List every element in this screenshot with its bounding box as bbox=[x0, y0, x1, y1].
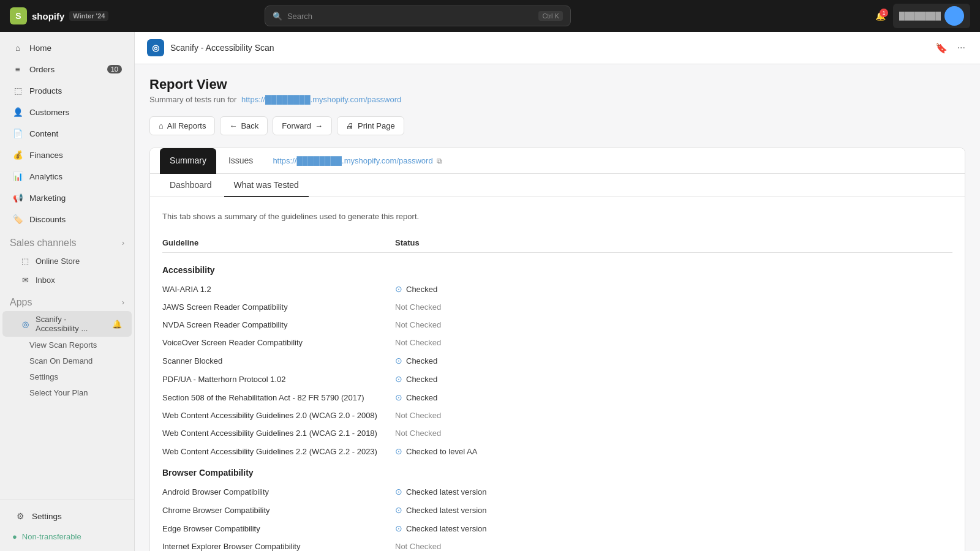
sidebar-item-marketing[interactable]: 📢 Marketing bbox=[2, 187, 132, 208]
apps-section: Apps › bbox=[0, 290, 134, 310]
app-header-left: ◎ Scanify - Accessibility Scan bbox=[147, 39, 274, 56]
sub-tab-what-was-tested-label: What was Tested bbox=[234, 180, 299, 190]
orders-icon: ≡ bbox=[12, 64, 23, 75]
chevron-right-icon: › bbox=[122, 239, 124, 247]
report-content: Report View Summary of tests run for htt… bbox=[135, 64, 980, 551]
guidelines-header: Guideline Status bbox=[162, 233, 952, 253]
sidebar-item-label: Settings bbox=[32, 512, 62, 521]
check-icon: ⊙ bbox=[395, 446, 402, 456]
check-icon: ⊙ bbox=[395, 392, 402, 402]
app-header-title: Scanify - Accessibility Scan bbox=[170, 43, 274, 53]
sidebar-item-discounts[interactable]: 🏷️ Discounts bbox=[2, 209, 132, 230]
sidebar-subitem-settings[interactable]: Settings bbox=[2, 369, 132, 384]
house-icon: ⌂ bbox=[159, 121, 164, 130]
non-transferable-label: Non-transferable bbox=[22, 532, 81, 541]
orders-badge: 10 bbox=[107, 65, 122, 73]
tabs-header: Summary Issues https://████████.myshopif… bbox=[150, 148, 965, 174]
sidebar-subitem-view-scan-reports[interactable]: View Scan Reports bbox=[2, 337, 132, 353]
sidebar-item-label: View Scan Reports bbox=[29, 340, 97, 350]
check-icon: ⊙ bbox=[395, 487, 402, 497]
report-subtitle-text: Summary of tests run for bbox=[149, 95, 236, 104]
more-options-button[interactable]: ··· bbox=[955, 40, 968, 56]
topbar-right: 🔔 1 ████████ bbox=[875, 4, 970, 28]
bell-icon[interactable]: 🔔 bbox=[112, 320, 122, 329]
finances-icon: 💰 bbox=[12, 149, 23, 160]
printer-icon: 🖨 bbox=[346, 121, 354, 130]
sidebar-subitem-scan-on-demand[interactable]: Scan On Demand bbox=[2, 353, 132, 369]
col-status-header: Status bbox=[395, 238, 952, 247]
back-button[interactable]: ← Back bbox=[220, 116, 268, 135]
circle-icon: ● bbox=[12, 532, 17, 541]
sidebar-subitem-select-your-plan[interactable]: Select Your Plan bbox=[2, 385, 132, 400]
sidebar-item-label: Discounts bbox=[29, 215, 66, 224]
guideline-row: Web Content Accessibility Guidelines 2.0… bbox=[162, 407, 952, 424]
inbox-icon: ✉ bbox=[20, 274, 31, 285]
print-page-label: Print Page bbox=[358, 121, 395, 130]
sidebar-item-label: Online Store bbox=[36, 257, 80, 266]
sidebar-item-finances[interactable]: 💰 Finances bbox=[2, 144, 132, 165]
arrow-left-icon: ← bbox=[229, 121, 237, 130]
report-url-link[interactable]: https://████████.myshopify.com/password bbox=[241, 95, 401, 104]
notification-count: 1 bbox=[880, 9, 888, 17]
products-icon: ⬚ bbox=[12, 85, 23, 96]
sidebar-item-scanify[interactable]: ◎ Scanify - Accessibility ... 🔔 bbox=[2, 311, 132, 337]
user-name: ████████ bbox=[899, 12, 941, 20]
guideline-row: Scanner Blocked ⊙ Checked bbox=[162, 351, 952, 370]
section-title-browser: Browser Compatibility bbox=[162, 460, 952, 482]
tab-summary[interactable]: Summary bbox=[160, 148, 216, 174]
sidebar-nav: ⌂ Home ≡ Orders 10 ⬚ Products 👤 Customer… bbox=[0, 32, 134, 500]
guideline-row: WAI-ARIA 1.2 ⊙ Checked bbox=[162, 280, 952, 298]
tab-summary-label: Summary bbox=[170, 156, 206, 165]
report-toolbar: ⌂ All Reports ← Back Forward → 🖨 Print P… bbox=[149, 116, 965, 135]
tab-issues-label: Issues bbox=[228, 156, 253, 165]
user-avatar bbox=[944, 6, 964, 26]
shopify-logo[interactable]: S shopify Winter '24 bbox=[10, 7, 108, 24]
chevron-right-icon: › bbox=[122, 298, 124, 307]
sidebar-item-online-store[interactable]: ⬚ Online Store bbox=[2, 252, 132, 270]
check-icon: ⊙ bbox=[395, 523, 402, 533]
sidebar-item-orders[interactable]: ≡ Orders 10 bbox=[2, 59, 132, 80]
shopify-logo-icon: S bbox=[10, 7, 27, 24]
sidebar-item-home[interactable]: ⌂ Home bbox=[2, 37, 132, 58]
search-bar[interactable]: 🔍 Search Ctrl K bbox=[265, 6, 571, 26]
sidebar-item-label: Home bbox=[29, 43, 51, 53]
tab-url-link[interactable]: https://████████.myshopify.com/password … bbox=[273, 156, 442, 165]
forward-button[interactable]: Forward → bbox=[273, 116, 332, 135]
bookmark-button[interactable]: 🔖 bbox=[933, 40, 950, 56]
guideline-row: JAWS Screen Reader Compatibility Not Che… bbox=[162, 298, 952, 316]
sub-tab-what-was-tested[interactable]: What was Tested bbox=[224, 174, 309, 197]
search-icon: 🔍 bbox=[273, 12, 282, 21]
tab-description: This tab shows a summary of the guidelin… bbox=[162, 212, 952, 221]
col-guideline-header: Guideline bbox=[162, 238, 395, 247]
copy-icon[interactable]: ⧉ bbox=[437, 157, 442, 165]
sidebar-item-label: Marketing bbox=[29, 193, 66, 203]
print-page-button[interactable]: 🖨 Print Page bbox=[337, 116, 404, 135]
sidebar-item-label: Settings bbox=[29, 372, 58, 381]
guideline-row: Web Content Accessibility Guidelines 2.2… bbox=[162, 442, 952, 460]
all-reports-button[interactable]: ⌂ All Reports bbox=[149, 116, 215, 135]
sub-tab-dashboard[interactable]: Dashboard bbox=[160, 174, 222, 197]
user-menu[interactable]: ████████ bbox=[893, 4, 970, 28]
sidebar-item-customers[interactable]: 👤 Customers bbox=[2, 102, 132, 122]
guidelines-table: Guideline Status Accessibility WAI-ARIA … bbox=[162, 233, 952, 551]
arrow-right-icon: → bbox=[315, 121, 323, 130]
check-icon: ⊙ bbox=[395, 374, 402, 384]
settings-icon: ⚙ bbox=[15, 511, 26, 522]
search-placeholder: Search bbox=[287, 12, 312, 21]
tab-issues[interactable]: Issues bbox=[219, 148, 263, 174]
sidebar-item-products[interactable]: ⬚ Products bbox=[2, 80, 132, 101]
sidebar-item-settings[interactable]: ⚙ Settings bbox=[5, 506, 129, 527]
sub-tabs: Dashboard What was Tested bbox=[150, 174, 965, 197]
notification-bell[interactable]: 🔔 1 bbox=[875, 11, 886, 21]
sub-tab-dashboard-label: Dashboard bbox=[170, 180, 212, 190]
guideline-row: Chrome Browser Compatibility ⊙ Checked l… bbox=[162, 501, 952, 519]
sidebar-item-analytics[interactable]: 📊 Analytics bbox=[2, 166, 132, 187]
tabs-container: Summary Issues https://████████.myshopif… bbox=[149, 148, 965, 551]
search-shortcut: Ctrl K bbox=[538, 11, 563, 21]
sidebar-item-inbox[interactable]: ✉ Inbox bbox=[2, 271, 132, 289]
report-subtitle: Summary of tests run for https://███████… bbox=[149, 95, 965, 104]
sidebar-item-label: Select Your Plan bbox=[29, 388, 88, 397]
sidebar-item-label: Inbox bbox=[36, 276, 55, 285]
sidebar-item-content[interactable]: 📄 Content bbox=[2, 123, 132, 144]
online-store-icon: ⬚ bbox=[20, 255, 31, 266]
